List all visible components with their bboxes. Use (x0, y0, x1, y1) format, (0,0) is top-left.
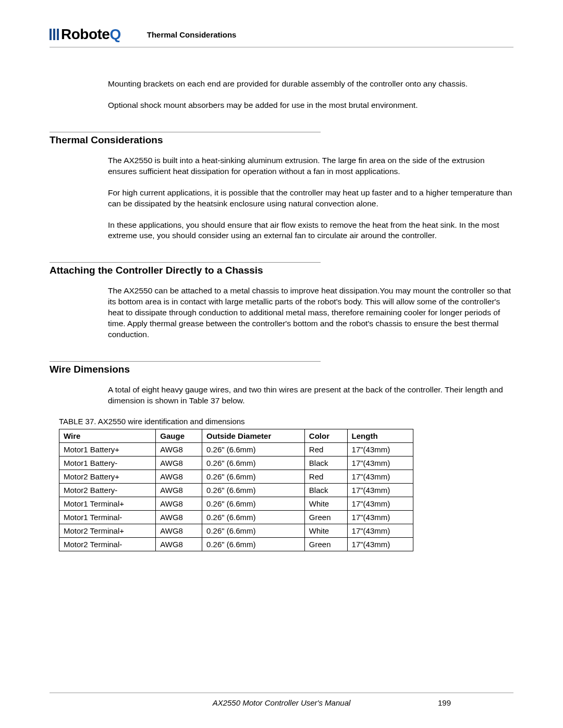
table-row: Motor1 Battery-AWG80.26" (6.6mm)Black17"… (59, 456, 413, 470)
table-cell: AWG8 (156, 442, 202, 456)
header-section-title: Thermal Considerations (147, 30, 237, 39)
table-row: Motor1 Terminal-AWG80.26" (6.6mm)Green17… (59, 510, 413, 524)
section-title-attaching: Attaching the Controller Directly to a C… (50, 265, 513, 276)
table-cell: Motor2 Terminal+ (59, 524, 156, 537)
logo-bars-icon (50, 29, 59, 40)
table-cell: Motor1 Terminal- (59, 510, 156, 524)
page-footer: AX2550 Motor Controller User's Manual 19… (50, 693, 513, 707)
th-gauge: Gauge (156, 429, 202, 442)
table-cell: 0.26" (6.6mm) (202, 442, 305, 456)
table-cell: Black (304, 456, 347, 470)
table-cell: Red (304, 470, 347, 483)
table-cell: 17"(43mm) (347, 510, 413, 524)
thermal-p2: For high current applications, it is pos… (108, 188, 513, 209)
table-cell: AWG8 (156, 456, 202, 470)
table-cell: 0.26" (6.6mm) (202, 524, 305, 537)
section-divider (50, 361, 321, 362)
table-cell: 0.26" (6.6mm) (202, 456, 305, 470)
table-row: Motor2 Battery+AWG80.26" (6.6mm)Red17"(4… (59, 470, 413, 483)
logo: RoboteQ (50, 26, 121, 43)
intro-paragraph-1: Mounting brackets on each end are provid… (108, 79, 513, 90)
table-caption: TABLE 37. AX2550 wire identification and… (59, 417, 513, 426)
table-cell: Red (304, 442, 347, 456)
table-cell: AWG8 (156, 470, 202, 483)
table-cell: Motor1 Battery- (59, 456, 156, 470)
section-title-wire: Wire Dimensions (50, 364, 513, 375)
table-cell: Motor1 Battery+ (59, 442, 156, 456)
attaching-p1: The AX2550 can be attached to a metal ch… (108, 286, 513, 340)
table-cell: Green (304, 537, 347, 551)
table-cell: Motor2 Battery+ (59, 470, 156, 483)
table-cell: AWG8 (156, 537, 202, 551)
logo-text: Robote (61, 26, 109, 43)
table-cell: AWG8 (156, 524, 202, 537)
table-row: Motor2 Terminal+AWG80.26" (6.6mm)White17… (59, 524, 413, 537)
table-cell: Motor1 Terminal+ (59, 497, 156, 510)
footer-page-number: 199 (438, 698, 451, 707)
table-row: Motor1 Terminal+AWG80.26" (6.6mm)White17… (59, 497, 413, 510)
th-length: Length (347, 429, 413, 442)
footer-title: AX2550 Motor Controller User's Manual (213, 698, 351, 707)
th-wire: Wire (59, 429, 156, 442)
table-row: Motor1 Battery+AWG80.26" (6.6mm)Red17"(4… (59, 442, 413, 456)
table-row: Motor2 Terminal-AWG80.26" (6.6mm)Green17… (59, 537, 413, 551)
intro-paragraph-2: Optional shock mount absorbers may be ad… (108, 100, 513, 111)
thermal-p1: The AX2550 is built into a heat-sinking … (108, 155, 513, 177)
table-cell: 17"(43mm) (347, 442, 413, 456)
wire-table: Wire Gauge Outside Diameter Color Length… (59, 429, 413, 551)
table-cell: 0.26" (6.6mm) (202, 537, 305, 551)
table-row: Motor2 Battery-AWG80.26" (6.6mm)Black17"… (59, 483, 413, 497)
table-cell: 17"(43mm) (347, 470, 413, 483)
table-cell: White (304, 497, 347, 510)
table-cell: White (304, 524, 347, 537)
table-cell: 17"(43mm) (347, 483, 413, 497)
table-cell: Green (304, 510, 347, 524)
page-header: RoboteQ Thermal Considerations (50, 26, 513, 47)
table-cell: Black (304, 483, 347, 497)
table-cell: AWG8 (156, 483, 202, 497)
section-divider (50, 262, 321, 263)
table-cell: AWG8 (156, 497, 202, 510)
th-color: Color (304, 429, 347, 442)
table-cell: 17"(43mm) (347, 497, 413, 510)
table-cell: 0.26" (6.6mm) (202, 510, 305, 524)
table-header-row: Wire Gauge Outside Diameter Color Length (59, 429, 413, 442)
wire-p1: A total of eight heavy gauge wires, and … (108, 385, 513, 406)
section-title-thermal: Thermal Considerations (50, 134, 513, 146)
section-divider (50, 132, 321, 132)
table-cell: 17"(43mm) (347, 537, 413, 551)
table-cell: 0.26" (6.6mm) (202, 497, 305, 510)
table-cell: AWG8 (156, 510, 202, 524)
table-cell: 17"(43mm) (347, 524, 413, 537)
table-cell: 0.26" (6.6mm) (202, 483, 305, 497)
table-cell: 0.26" (6.6mm) (202, 470, 305, 483)
logo-q: Q (109, 26, 120, 43)
th-diameter: Outside Diameter (202, 429, 305, 442)
table-cell: Motor2 Battery- (59, 483, 156, 497)
table-cell: 17"(43mm) (347, 456, 413, 470)
thermal-p3: In these applications, you should ensure… (108, 220, 513, 242)
table-cell: Motor2 Terminal- (59, 537, 156, 551)
